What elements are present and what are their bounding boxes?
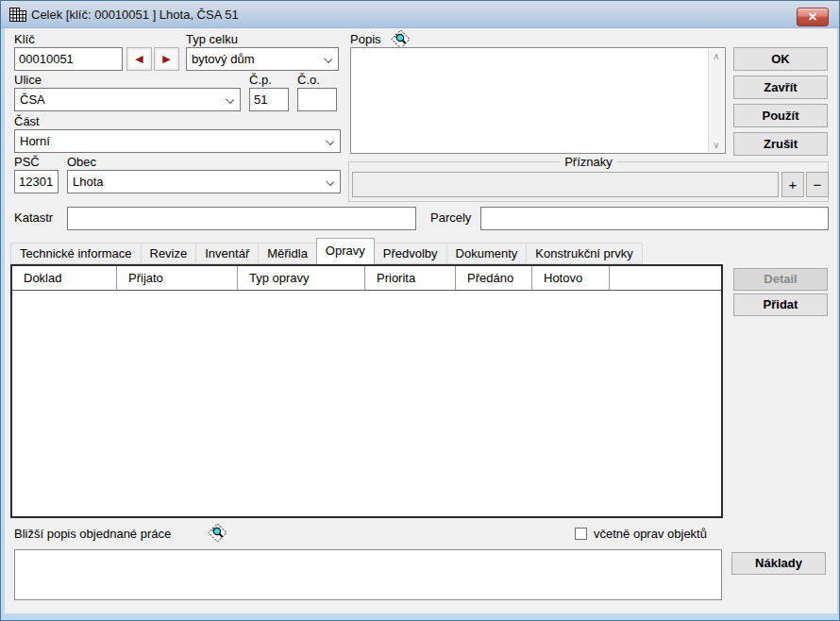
pouzit-button[interactable]: Použít [733,104,828,127]
cp-input[interactable] [249,88,289,111]
cast-select[interactable]: Horní [14,129,341,153]
window-title: Celek [klíč: 00010051 ] Lhota, ČSA 51 [31,8,239,22]
zavrit-button[interactable]: Zavřít [733,76,828,99]
priznaky-add-button[interactable]: + [781,172,804,197]
column-header-hotovo[interactable]: Hotovo [532,266,610,290]
pridat-button[interactable]: Přidat [733,294,828,316]
priznaky-label: Příznaky [560,155,617,169]
chevron-down-icon [326,177,334,186]
typ-celku-select[interactable]: bytový dům [186,47,339,71]
close-button[interactable]: ✕ [797,8,829,26]
titlebar[interactable]: Celek [klíč: 00010051 ] Lhota, ČSA 51 ✕ [1,1,839,28]
close-icon: ✕ [808,10,817,24]
arrow-left-icon: ◀ [135,53,143,64]
typ-celku-label: Typ celku [186,32,238,47]
building-grid-icon [9,8,26,22]
katastr-input[interactable] [67,207,416,230]
blizsi-popis-label: Bližší popis objednané práce [14,527,171,542]
record-prev-button[interactable]: ◀ [126,47,152,71]
table-header-row: Doklad Přijato Typ opravy Priorita Předá… [12,266,721,291]
tab-dokumenty[interactable]: Dokumenty [446,243,528,264]
magnifier-icon[interactable] [208,523,227,543]
cp-label: Č.p. [249,73,272,88]
obec-select[interactable]: Lhota [67,170,341,193]
obec-label: Obec [67,155,96,170]
magnifier-icon[interactable] [391,29,411,49]
column-header-blank [610,266,721,290]
priznaky-field[interactable] [352,172,779,197]
cast-value: Horní [20,134,50,148]
tab-konstrukcni-prvky[interactable]: Konstrukční prvky [526,243,642,264]
psc-input[interactable] [14,170,59,193]
typ-celku-value: bytový dům [192,52,254,66]
tab-predvolby[interactable]: Předvolby [374,243,447,264]
naklady-button[interactable]: Náklady [731,552,826,575]
psc-label: PSČ [14,155,40,170]
tab-inventar[interactable]: Inventář [195,243,259,264]
blizsi-popis-textarea[interactable] [14,549,722,600]
tab-bar: Technické informace Revize Inventář Měři… [10,238,642,264]
scroll-down-icon[interactable]: ∨ [709,140,724,150]
chevron-down-icon [226,95,234,104]
detail-button[interactable]: Detail [733,268,828,291]
obec-value: Lhota [73,175,104,189]
co-label: Č.o. [297,73,320,88]
popis-label: Popis [350,32,381,47]
parcely-input[interactable] [480,207,829,230]
dialog-window: Celek [klíč: 00010051 ] Lhota, ČSA 51 ✕ … [0,0,840,621]
co-input[interactable] [297,88,337,111]
vcetne-oprav-label: včetně oprav objektů [594,527,707,542]
tab-opravy[interactable]: Opravy [316,238,375,264]
klic-label: Klíč [14,32,35,47]
column-header-priorita[interactable]: Priorita [365,266,456,290]
tab-revize[interactable]: Revize [141,243,197,264]
column-header-typ-opravy[interactable]: Typ opravy [238,266,365,290]
plus-icon: + [789,176,798,193]
column-header-predano[interactable]: Předáno [456,266,532,290]
scroll-up-icon[interactable]: ∧ [709,51,724,61]
priznaky-remove-button[interactable]: − [806,172,829,197]
zrusit-button[interactable]: Zrušit [733,132,828,156]
column-header-prijato[interactable]: Přijato [117,266,238,290]
minus-icon: − [814,176,822,193]
chevron-down-icon [324,55,332,63]
klic-input[interactable] [14,47,123,71]
chevron-down-icon [326,137,334,145]
katastr-label: Katastr [14,210,53,226]
ulice-label: Ulice [14,73,42,88]
tab-technicke-informace[interactable]: Technické informace [10,243,142,264]
record-next-button[interactable]: ▶ [154,47,179,71]
ok-button[interactable]: OK [733,47,828,71]
vcetne-oprav-checkbox[interactable] [575,528,587,540]
opravy-table[interactable]: Doklad Přijato Typ opravy Priorita Předá… [10,264,723,518]
parcely-label: Parcely [430,210,471,226]
column-header-doklad[interactable]: Doklad [12,266,117,290]
popis-textarea[interactable]: ∧ ∨ [350,47,726,154]
tab-meridla[interactable]: Měřidla [258,243,317,264]
ulice-value: ČSA [20,92,45,107]
popis-scrollbar[interactable]: ∧ ∨ [708,49,724,152]
ulice-select[interactable]: ČSA [14,88,241,111]
arrow-right-icon: ▶ [162,53,170,64]
cast-label: Část [14,114,40,129]
